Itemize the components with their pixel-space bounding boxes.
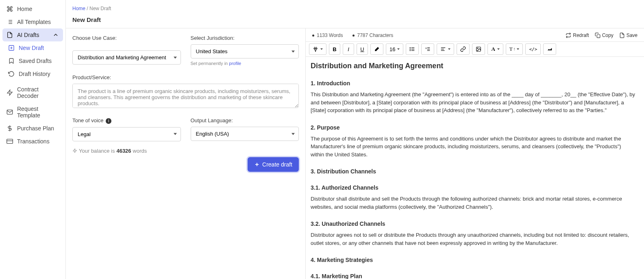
doc-heading: 3.2. Unauthorized Channels — [311, 221, 636, 227]
code-button[interactable]: </> — [525, 43, 541, 55]
nav-label: Saved Drafts — [19, 58, 52, 64]
nav-ai-drafts[interactable]: AI Drafts — [2, 28, 63, 41]
dollar-icon — [7, 125, 13, 132]
nav-label: All Templates — [17, 19, 51, 25]
file-icon — [7, 32, 13, 38]
save-button[interactable]: Save — [619, 32, 637, 38]
svg-point-23 — [410, 50, 411, 51]
redraft-button[interactable]: Redraft — [566, 32, 589, 38]
bold-button[interactable]: B — [329, 43, 340, 55]
eraser-button[interactable] — [370, 43, 383, 55]
doc-heading: 3.1. Authorized Channels — [311, 184, 636, 191]
nav-new-draft[interactable]: New Draft — [2, 41, 63, 54]
underline-button[interactable]: U — [357, 43, 368, 55]
image-button[interactable] — [472, 43, 485, 55]
usecase-label: Choose Use Case: — [72, 35, 181, 41]
page-title: New Draft — [66, 13, 644, 28]
svg-marker-9 — [7, 90, 12, 95]
nav-contract-decoder[interactable]: Contract Decoder — [2, 83, 63, 102]
nav-all-templates[interactable]: All Templates — [2, 15, 63, 28]
language-select[interactable]: English (USA) — [191, 127, 299, 141]
nav-label: Contract Decoder — [17, 86, 59, 99]
info-icon[interactable]: i — [106, 118, 111, 124]
clear-icon — [547, 46, 553, 52]
doc-heading: 2. Purpose — [311, 124, 636, 131]
nav-home[interactable]: Home — [2, 2, 63, 15]
language-label: Output Language: — [191, 117, 299, 123]
word-count: 1133 Words — [312, 32, 343, 38]
jurisdiction-label: Select Jurisdiction: — [191, 35, 299, 41]
nav-label: New Draft — [19, 45, 44, 51]
copy-button[interactable]: Copy — [595, 32, 614, 38]
image-icon — [476, 46, 481, 52]
doc-paragraph: Distributor agrees not to sell or distri… — [311, 231, 636, 247]
svg-rect-17 — [597, 35, 600, 38]
jurisdiction-select[interactable]: United States — [191, 44, 299, 58]
ol-icon — [425, 46, 431, 52]
plus-square-icon — [8, 45, 15, 51]
nav-request-template[interactable]: Request Template — [2, 102, 63, 122]
bookmark-icon — [8, 58, 15, 64]
chevron-up-icon — [52, 32, 59, 38]
tone-label: Tone of voice i — [72, 117, 181, 124]
doc-title: Distribution and Marketing Agreement — [311, 62, 636, 70]
editor-toolbar: B I U 16 A T! </> — [306, 41, 644, 57]
nav-label: Draft History — [19, 71, 50, 77]
tone-select[interactable]: Legal — [72, 127, 181, 141]
svg-marker-14 — [73, 149, 77, 153]
document-body[interactable]: Distribution and Marketing Agreement 1. … — [306, 57, 644, 279]
align-button[interactable] — [437, 43, 454, 55]
doc-paragraph: This Distribution and Marketing Agreemen… — [311, 91, 636, 115]
nav-purchase-plan[interactable]: Purchase Plan — [2, 122, 63, 135]
ul-button[interactable] — [406, 43, 419, 55]
breadcrumb: Home / New Draft — [66, 0, 644, 13]
sidebar: Home All Templates AI Drafts New Draft S… — [0, 0, 66, 279]
copy-icon — [595, 32, 600, 38]
plus-icon — [254, 162, 260, 167]
save-icon — [619, 32, 625, 38]
eraser-icon — [374, 46, 380, 52]
product-label: Product/Service: — [72, 74, 299, 80]
bolt-icon — [72, 148, 77, 153]
profile-link[interactable]: profile — [229, 61, 241, 66]
clear-button[interactable] — [543, 43, 556, 55]
link-button[interactable] — [457, 43, 470, 55]
create-draft-button[interactable]: Create draft — [248, 157, 299, 172]
nav-label: Purchase Plan — [17, 125, 54, 132]
jurisdiction-helper: Set permanently in profile — [191, 61, 299, 66]
nav-draft-history[interactable]: Draft History — [2, 67, 63, 80]
nav-label: Transactions — [17, 138, 50, 145]
wand-icon — [313, 46, 318, 52]
doc-heading: 1. Introduction — [311, 80, 636, 87]
doc-heading: 4. Marketing Strategies — [311, 257, 636, 263]
nav-saved-drafts[interactable]: Saved Drafts — [2, 54, 63, 67]
breadcrumb-home[interactable]: Home — [72, 6, 85, 11]
align-icon — [440, 46, 446, 52]
refresh-icon — [566, 32, 571, 38]
history-icon — [8, 71, 15, 77]
svg-point-31 — [478, 48, 479, 49]
breadcrumb-current: New Draft — [89, 6, 111, 11]
ol-button[interactable] — [421, 43, 434, 55]
list-icon — [7, 19, 13, 25]
bolt-icon — [7, 89, 13, 96]
nav-label: AI Drafts — [17, 32, 39, 38]
mail-icon — [7, 109, 13, 115]
nav-label: Home — [17, 6, 32, 12]
fontcolor-button[interactable]: A — [487, 43, 503, 55]
textstyle-button[interactable]: T! — [506, 43, 523, 55]
doc-paragraph: The purpose of this Agreement is to set … — [311, 135, 636, 159]
balance-text: Your balance is 46326 words — [72, 148, 299, 154]
product-textarea[interactable]: The product is a line of premium organic… — [72, 84, 299, 108]
doc-heading: 4.1. Marketing Plan — [311, 273, 636, 279]
fontsize-select[interactable]: 16 — [386, 43, 403, 55]
editor-panel: 1133 Words 7787 Characters Redraft Copy — [306, 28, 644, 279]
editor-header: 1133 Words 7787 Characters Redraft Copy — [306, 28, 644, 41]
magic-button[interactable] — [309, 43, 326, 55]
doc-paragraph: Distributor shall distribute and sell th… — [311, 195, 636, 211]
usecase-select[interactable]: Distribution and Marketing Agreement — [72, 50, 181, 65]
card-icon — [7, 138, 13, 145]
italic-button[interactable]: I — [343, 43, 354, 55]
nav-transactions[interactable]: Transactions — [2, 135, 63, 148]
ul-icon — [409, 46, 415, 52]
